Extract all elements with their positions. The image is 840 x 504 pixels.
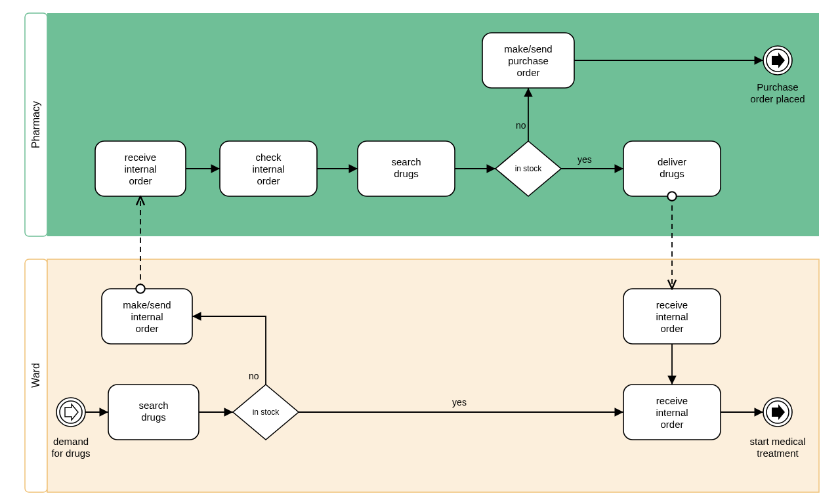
pharmacy-lane-label: Pharmacy: [30, 101, 41, 148]
task-search-drugs-pharmacy: searchdrugs: [358, 141, 455, 196]
task-check-internal-order: checkinternalorder: [220, 141, 317, 196]
svg-text:receiveinternalorder: receiveinternalorder: [656, 299, 688, 334]
bpmn-diagram: Pharmacy Ward receiveinternalorder check…: [0, 0, 840, 504]
pharmacy-pool: Pharmacy: [25, 13, 819, 236]
svg-rect-2: [47, 13, 819, 236]
svg-text:demandfor drugs: demandfor drugs: [51, 436, 90, 459]
svg-text:in stock: in stock: [515, 164, 543, 173]
svg-text:in stock: in stock: [253, 408, 280, 417]
task-receive-internal-order-ward-1: receiveinternalorder: [623, 289, 721, 344]
svg-text:searchdrugs: searchdrugs: [138, 400, 168, 423]
ward-lane-label: Ward: [30, 363, 41, 388]
label-no-pharmacy: no: [516, 120, 526, 131]
task-deliver-drugs: deliverdrugs: [623, 141, 721, 196]
svg-text:deliverdrugs: deliverdrugs: [658, 156, 686, 179]
svg-text:receiveinternalorder: receiveinternalorder: [124, 152, 156, 186]
task-receive-internal-order-pharmacy: receiveinternalorder: [95, 141, 186, 196]
task-make-send-internal-order: make/sendinternalorder: [102, 289, 192, 344]
task-search-drugs-ward: searchdrugs: [108, 385, 199, 440]
task-make-send-purchase-order: make/sendpurchaseorder: [482, 33, 574, 88]
svg-text:Purchaseorder placed: Purchaseorder placed: [750, 81, 805, 104]
label-yes-ward: yes: [452, 397, 467, 408]
svg-text:start medicaltreatment: start medicaltreatment: [749, 436, 805, 459]
svg-text:checkinternalorder: checkinternalorder: [252, 152, 284, 186]
label-no-ward: no: [249, 371, 259, 381]
svg-text:receiveinternalorder: receiveinternalorder: [656, 395, 688, 430]
svg-text:searchdrugs: searchdrugs: [391, 156, 421, 179]
label-yes-pharmacy: yes: [578, 154, 592, 165]
task-receive-internal-order-ward-2: receiveinternalorder: [623, 385, 721, 440]
